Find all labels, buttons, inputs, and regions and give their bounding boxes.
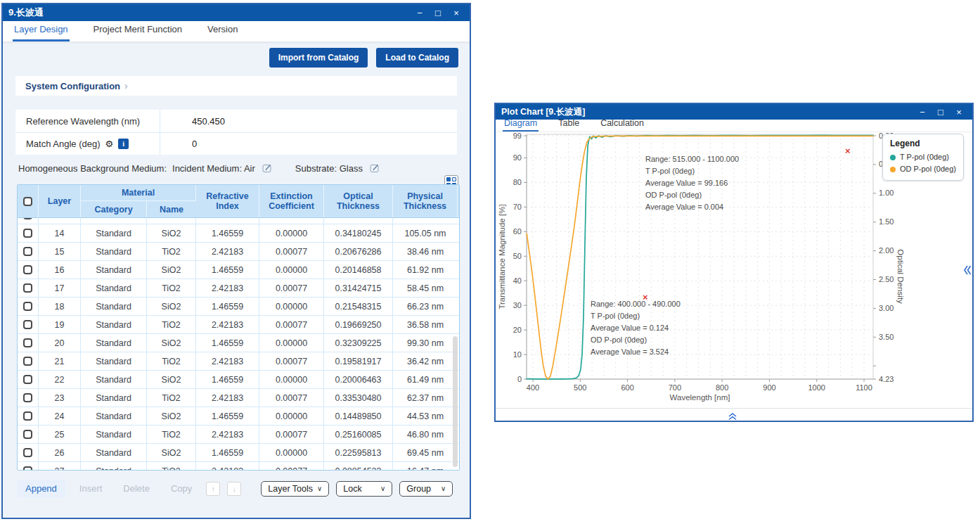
cell-name[interactable]: SiO2 — [147, 444, 196, 461]
cell-physical-thickness[interactable]: 44.53 nm — [393, 407, 458, 425]
cell-name[interactable]: TiO2 — [147, 352, 196, 370]
cell-extinction-coefficient[interactable]: 0.00077 — [259, 352, 324, 370]
cell-name[interactable]: TiO2 — [147, 316, 196, 333]
cell-physical-thickness[interactable]: 62.37 nm — [393, 389, 458, 407]
maximize-icon[interactable]: □ — [430, 6, 446, 19]
cell-category[interactable]: Standard — [81, 261, 147, 279]
cell-extinction-coefficient[interactable]: 0.00000 — [259, 407, 324, 425]
collapse-panel-left-icon[interactable] — [963, 264, 972, 279]
info-icon[interactable]: i — [118, 139, 129, 149]
cell-extinction-coefficient[interactable]: 0.00000 — [259, 261, 324, 279]
cell-category[interactable]: Standard — [81, 371, 147, 388]
cell-refractive-index[interactable]: 2.42183 — [196, 352, 259, 370]
system-configuration-panel[interactable]: System Configuration › — [15, 76, 457, 96]
cell-refractive-index[interactable]: 2.42183 — [196, 426, 259, 443]
row-checkbox[interactable] — [23, 283, 32, 293]
cell-physical-thickness[interactable]: 99.30 nm — [393, 334, 458, 352]
cell-extinction-coefficient[interactable]: 0.00077 — [259, 279, 324, 297]
cell-refractive-index[interactable]: 2.42183 — [196, 243, 259, 260]
load-to-catalog-button[interactable]: Load to Catalog — [376, 48, 458, 68]
cell-refractive-index[interactable]: 1.46559 — [196, 298, 259, 315]
cell-physical-thickness[interactable]: 33.45 nm — [393, 218, 458, 224]
cell-refractive-index[interactable]: 1.46559 — [196, 261, 259, 279]
cell-physical-thickness[interactable]: 66.23 nm — [393, 298, 458, 315]
cell-physical-thickness[interactable]: 69.45 nm — [393, 444, 458, 461]
cell-optical-thickness[interactable]: 0.32309225 — [324, 334, 393, 352]
legend-item[interactable]: T P-pol (0deg) — [890, 151, 956, 163]
cell-extinction-coefficient[interactable]: 0.00077 — [259, 426, 324, 443]
cell-refractive-index[interactable]: 2.42183 — [196, 279, 259, 297]
cell-category[interactable]: Standard — [81, 218, 147, 224]
row-checkbox[interactable] — [23, 448, 32, 457]
cell-physical-thickness[interactable]: 61.92 nm — [393, 261, 458, 279]
cell-extinction-coefficient[interactable]: 0.00077 — [259, 462, 324, 470]
move-down-button[interactable]: ↓ — [227, 482, 241, 496]
cell-name[interactable]: TiO2 — [147, 279, 196, 297]
cell-physical-thickness[interactable]: 16.47 nm — [393, 462, 458, 470]
cell-refractive-index[interactable]: 1.46559 — [196, 444, 259, 461]
cell-category[interactable]: Standard — [81, 279, 147, 297]
row-checkbox[interactable] — [23, 302, 32, 311]
cell-optical-thickness[interactable]: 0.25160085 — [324, 426, 393, 443]
cell-refractive-index[interactable]: 2.42183 — [196, 462, 259, 470]
row-checkbox[interactable] — [23, 375, 32, 384]
cell-physical-thickness[interactable]: 36.58 nm — [393, 316, 458, 333]
copy-button[interactable]: Copy — [164, 480, 199, 497]
tab-version[interactable]: Version — [206, 20, 239, 41]
delete-button[interactable]: Delete — [116, 480, 157, 497]
cell-name[interactable]: SiO2 — [147, 261, 196, 279]
cell-optical-thickness[interactable]: 0.31424715 — [324, 279, 393, 297]
cell-name[interactable]: SiO2 — [147, 224, 196, 242]
row-checkbox[interactable] — [23, 357, 32, 366]
group-dropdown[interactable]: Group ∨ — [399, 481, 453, 497]
row-checkbox[interactable] — [23, 466, 32, 470]
cell-category[interactable]: Standard — [81, 243, 147, 260]
minimize-icon[interactable]: − — [915, 106, 930, 118]
edit-incident-medium-icon[interactable] — [262, 163, 273, 174]
cell-refractive-index[interactable]: 2.42183 — [196, 389, 259, 407]
table-scrollbar[interactable] — [453, 336, 458, 467]
cell-optical-thickness[interactable]: 0.20006463 — [324, 371, 393, 388]
cell-optical-thickness[interactable]: 0.19669250 — [324, 316, 393, 333]
edit-substrate-icon[interactable] — [370, 163, 380, 174]
cell-refractive-index[interactable]: 1.46559 — [196, 407, 259, 425]
cell-category[interactable]: Standard — [81, 444, 147, 461]
cell-optical-thickness[interactable]: 0.21548315 — [324, 298, 393, 315]
cell-optical-thickness[interactable]: 0.33530480 — [324, 389, 393, 407]
select-all-checkbox[interactable] — [23, 197, 32, 206]
tab-layer-design[interactable]: Layer Design — [13, 20, 70, 41]
cell-optical-thickness[interactable]: 0.17982542 — [324, 218, 393, 224]
cell-name[interactable]: TiO2 — [147, 389, 196, 407]
row-checkbox[interactable] — [23, 411, 32, 421]
row-checkbox[interactable] — [23, 218, 32, 219]
cell-name[interactable]: TiO2 — [147, 462, 196, 470]
import-from-catalog-button[interactable]: Import from Catalog — [269, 48, 368, 68]
cell-physical-thickness[interactable]: 36.42 nm — [393, 352, 458, 370]
legend-item[interactable]: OD P-pol (0deg) — [890, 163, 956, 175]
insert-button[interactable]: Insert — [72, 480, 110, 497]
cell-name[interactable]: SiO2 — [147, 334, 196, 352]
row-checkbox[interactable] — [23, 430, 32, 439]
cell-extinction-coefficient[interactable]: 0.00000 — [259, 224, 324, 242]
cell-physical-thickness[interactable]: 58.45 nm — [393, 279, 458, 297]
cell-extinction-coefficient[interactable]: 0.00077 — [259, 389, 324, 407]
cell-category[interactable]: Standard — [81, 334, 147, 352]
match-angle-value[interactable]: 0 — [160, 139, 457, 149]
collapse-panel-up-icon[interactable] — [728, 411, 737, 423]
cell-category[interactable]: Standard — [81, 352, 147, 370]
cell-extinction-coefficient[interactable]: 0.00000 — [259, 371, 324, 388]
row-checkbox[interactable] — [23, 229, 32, 238]
gear-icon[interactable]: ⚙ — [105, 139, 114, 149]
cell-optical-thickness[interactable]: 0.19581917 — [324, 352, 393, 370]
cell-extinction-coefficient[interactable]: 0.00000 — [259, 334, 324, 352]
cell-category[interactable]: Standard — [81, 462, 147, 470]
cell-refractive-index[interactable]: 2.42183 — [196, 218, 259, 224]
move-up-button[interactable]: ↑ — [206, 482, 220, 496]
row-checkbox[interactable] — [23, 338, 32, 347]
cell-physical-thickness[interactable]: 61.49 nm — [393, 371, 458, 388]
cell-optical-thickness[interactable]: 0.22595813 — [324, 444, 393, 461]
left-titlebar[interactable]: 9.长波通 − □ × — [3, 4, 470, 21]
cell-name[interactable]: SiO2 — [147, 298, 196, 315]
cell-optical-thickness[interactable]: 0.14489850 — [324, 407, 393, 425]
cell-physical-thickness[interactable]: 105.05 nm — [393, 224, 458, 242]
